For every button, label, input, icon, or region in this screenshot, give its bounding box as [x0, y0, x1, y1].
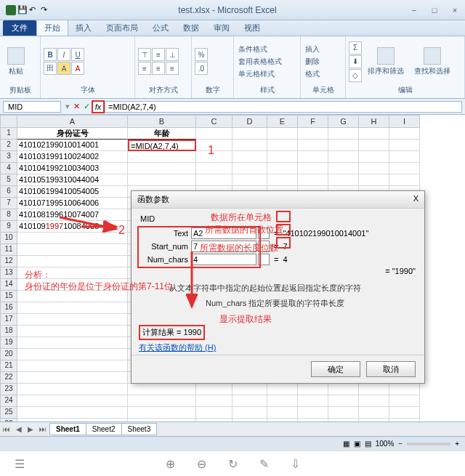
border-button[interactable]: 田 — [44, 62, 57, 75]
cell[interactable] — [328, 151, 359, 163]
cell[interactable] — [389, 174, 420, 186]
cell[interactable] — [389, 395, 420, 407]
row-header[interactable]: 25 — [0, 407, 17, 419]
cell[interactable] — [196, 407, 232, 419]
dialog-help-link[interactable]: 有关该函数的帮助 (H) — [139, 342, 216, 353]
cell[interactable] — [128, 151, 196, 163]
cell[interactable] — [389, 151, 420, 163]
cell[interactable] — [328, 407, 359, 419]
cell[interactable] — [17, 267, 128, 279]
row-header[interactable]: 18 — [0, 326, 17, 337]
viewer-zoomin-icon[interactable]: ⊕ — [166, 457, 175, 471]
row-header[interactable]: 9 — [0, 221, 17, 233]
tab-review[interactable]: 审阅 — [206, 20, 237, 36]
cell[interactable] — [359, 128, 389, 140]
viewer-download-icon[interactable]: ⇩ — [291, 457, 300, 471]
col-header-C[interactable]: C — [196, 115, 232, 128]
cell[interactable]: 410109199710084008 — [17, 221, 128, 233]
cell[interactable] — [232, 163, 267, 174]
zoom-slider[interactable] — [407, 443, 450, 445]
accept-formula-icon[interactable]: ✓ — [81, 102, 92, 111]
autosum-icon[interactable]: Σ — [349, 41, 362, 55]
minimize-icon[interactable]: − — [404, 3, 424, 17]
cell[interactable] — [128, 384, 196, 395]
save-icon[interactable]: 💾 — [17, 5, 28, 15]
cell[interactable] — [298, 174, 328, 186]
row-header[interactable]: 17 — [0, 314, 17, 326]
tab-view[interactable]: 视图 — [237, 20, 267, 36]
cell[interactable] — [128, 407, 196, 419]
cell[interactable] — [17, 360, 128, 372]
cell[interactable] — [232, 407, 267, 419]
row-header[interactable]: 13 — [0, 267, 17, 279]
tab-home[interactable]: 开始 — [36, 20, 68, 36]
cell[interactable] — [196, 174, 232, 186]
zoom-in-icon[interactable]: + — [455, 440, 459, 448]
cell[interactable] — [196, 140, 232, 151]
cell[interactable] — [298, 128, 328, 140]
tab-layout[interactable]: 页面布局 — [99, 20, 145, 36]
align-center-icon[interactable]: ≡ — [152, 62, 165, 75]
format-cells-button[interactable]: 格式 — [304, 68, 321, 80]
dialog-cancel-button[interactable]: 取消 — [366, 361, 416, 377]
cell[interactable] — [232, 128, 267, 140]
cell[interactable] — [196, 128, 232, 140]
cell[interactable] — [17, 384, 128, 395]
row-header[interactable]: 7 — [0, 198, 17, 209]
zoom-out-icon[interactable]: − — [398, 440, 403, 448]
cell[interactable]: 410103199110024002 — [17, 151, 128, 163]
cell[interactable] — [389, 384, 420, 395]
cell[interactable] — [267, 384, 298, 395]
close-icon[interactable]: × — [445, 3, 465, 17]
cell[interactable] — [359, 384, 389, 395]
cell[interactable] — [17, 233, 128, 244]
fill-icon[interactable]: ⬇ — [349, 55, 362, 68]
viewer-refresh-icon[interactable]: ↻ — [228, 457, 238, 471]
cell[interactable] — [232, 395, 267, 407]
find-select-button[interactable]: 查找和选择 — [410, 46, 455, 78]
row-header[interactable]: 3 — [0, 151, 17, 163]
tab-file[interactable]: 文件 — [3, 20, 36, 36]
row-header[interactable]: 23 — [0, 384, 17, 395]
cell[interactable] — [17, 256, 128, 267]
sort-filter-button[interactable]: 排序和筛选 — [363, 46, 408, 78]
fillcolor-button[interactable]: A — [57, 62, 70, 75]
row-header[interactable]: 11 — [0, 244, 17, 256]
row-header[interactable]: 8 — [0, 209, 17, 221]
cell[interactable] — [298, 151, 328, 163]
sheet-tab-2[interactable]: Sheet2 — [86, 423, 122, 435]
dialog-ok-button[interactable]: 确定 — [311, 361, 360, 377]
row-header[interactable]: 21 — [0, 360, 17, 372]
col-header-F[interactable]: F — [298, 115, 328, 128]
col-header-H[interactable]: H — [359, 115, 389, 128]
cell[interactable] — [359, 395, 389, 407]
cell[interactable]: 410106199410054005 — [17, 186, 128, 198]
align-mid-icon[interactable]: ≡ — [152, 48, 165, 61]
cell[interactable] — [267, 128, 298, 140]
sheet-tab-1[interactable]: Sheet1 — [49, 423, 86, 435]
align-top-icon[interactable]: ⊤ — [138, 48, 151, 61]
row-header[interactable]: 14 — [0, 279, 17, 291]
cell[interactable] — [328, 140, 359, 151]
cell[interactable] — [17, 302, 128, 314]
row-header[interactable]: 2 — [0, 140, 17, 151]
cell[interactable] — [359, 140, 389, 151]
undo-icon[interactable]: ↶ — [29, 5, 39, 15]
namebox-dropdown-icon[interactable]: ▾ — [64, 102, 71, 111]
cell[interactable] — [359, 163, 389, 174]
cell[interactable] — [267, 407, 298, 419]
cell[interactable] — [17, 372, 128, 384]
cell[interactable]: 410102199010014001 — [17, 140, 128, 151]
cell[interactable] — [196, 395, 232, 407]
cell[interactable] — [298, 163, 328, 174]
cell[interactable] — [17, 291, 128, 302]
cell[interactable] — [17, 395, 128, 407]
tab-formula[interactable]: 公式 — [145, 20, 176, 36]
cell[interactable] — [232, 384, 267, 395]
cell[interactable] — [17, 244, 128, 256]
cell[interactable] — [359, 407, 389, 419]
cell[interactable] — [267, 395, 298, 407]
col-header-E[interactable]: E — [267, 115, 298, 128]
cell[interactable] — [17, 279, 128, 291]
viewer-edit-icon[interactable]: ✎ — [259, 457, 269, 471]
